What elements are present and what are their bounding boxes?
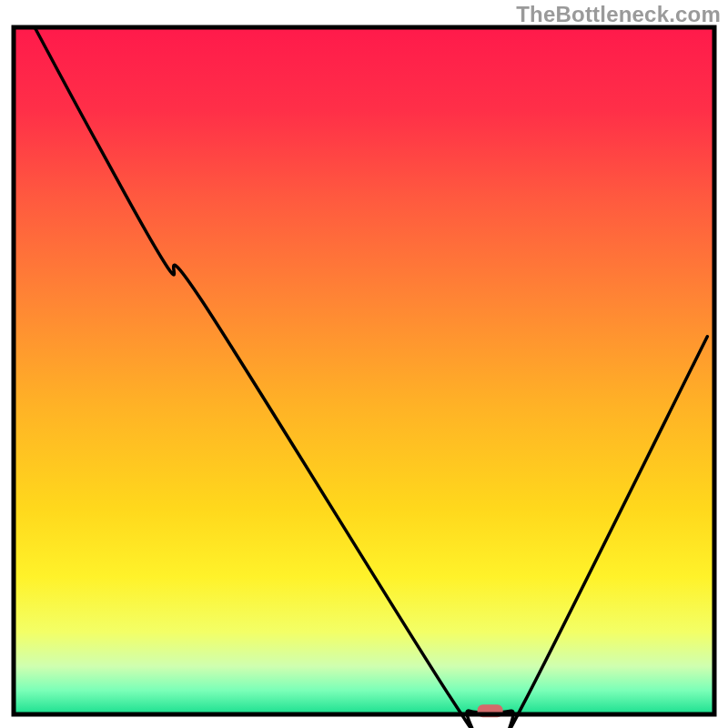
plot-background [14,27,714,714]
bottleneck-chart [0,0,728,728]
chart-container: TheBottleneck.com [0,0,728,728]
watermark-text: TheBottleneck.com [516,2,721,27]
